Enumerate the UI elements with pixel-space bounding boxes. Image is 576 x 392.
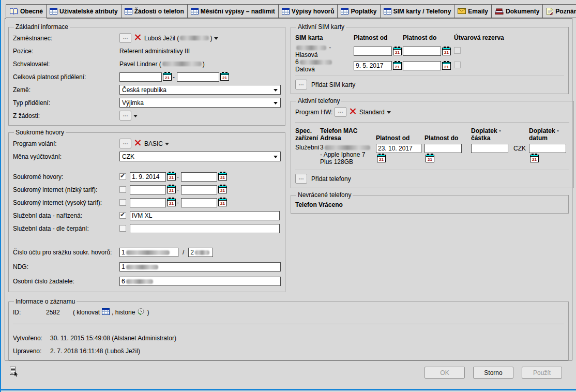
tab-sim-karty-telefony[interactable]: SIM karty / Telefony (380, 4, 455, 18)
internet-high-to-input[interactable] (181, 198, 217, 207)
sim-voice-reserve-checkbox[interactable] (454, 47, 461, 54)
personal-number-input[interactable]: 6 (119, 277, 281, 286)
history-icon[interactable] (137, 308, 145, 317)
tab-obecne[interactable]: Obecné (6, 4, 47, 18)
tab-label: Uživatelské atributy (59, 8, 118, 15)
business-data-mandatory-checkbox[interactable] (119, 212, 126, 219)
calling-program-browse-button[interactable]: ... (119, 139, 131, 148)
program-hw-dropdown-icon[interactable] (387, 111, 391, 116)
sim-data-from-input[interactable] (354, 61, 392, 70)
sim-voice-to-input[interactable] (403, 47, 441, 56)
validity-from-input[interactable] (119, 72, 162, 82)
calendar-icon[interactable]: 21 (442, 62, 451, 70)
ndg-input[interactable]: 1 (119, 262, 281, 272)
tab-dokumenty[interactable]: Dokumenty (491, 4, 543, 18)
tab-poznamka[interactable]: Poznámka (542, 4, 576, 18)
chevron-down-icon (274, 102, 278, 107)
surcharge-date-input[interactable] (529, 144, 566, 153)
employee-remove-icon[interactable] (134, 34, 141, 42)
calendar-icon[interactable]: 21 (220, 73, 229, 81)
redacted-sim-number (300, 60, 332, 65)
calendar-icon[interactable]: 21 (167, 173, 176, 180)
calendar-icon[interactable]: 21 (393, 48, 402, 55)
footer-bar: OK Storno Použít (1, 360, 576, 379)
business-data-usage-input[interactable] (130, 224, 280, 233)
calling-program-dropdown-icon[interactable] (165, 143, 169, 147)
cancel-button[interactable]: Storno (473, 367, 513, 379)
country-select[interactable]: Česká republika (119, 85, 281, 95)
calendar-icon[interactable]: 21 (442, 48, 451, 55)
calendar-icon[interactable]: 21 (426, 155, 434, 162)
internet-high-from-input[interactable] (130, 198, 166, 207)
calendar-icon[interactable]: 21 (218, 199, 227, 206)
tab-emaily[interactable]: Emaily (454, 4, 492, 18)
private-calls-checkbox[interactable] (119, 173, 126, 180)
apply-button[interactable]: Použít (522, 367, 562, 379)
phone-to-input[interactable] (425, 144, 462, 153)
bank-code-input[interactable]: 2 (188, 248, 213, 257)
employee-browse-button[interactable]: ... (119, 33, 131, 43)
internet-high-checkbox[interactable] (119, 199, 126, 206)
business-data-mandatory-input[interactable] (130, 211, 280, 220)
approver-name-suffix: ) (203, 61, 205, 68)
phones-header-phone: Telefon MAC Adresa (320, 127, 376, 142)
calendar-icon[interactable]: 21 (530, 155, 539, 162)
private-calls-to-input[interactable] (181, 172, 217, 182)
redacted-ndg (126, 265, 158, 269)
surcharge-amount-input[interactable] (471, 144, 508, 153)
internet-low-checkbox[interactable] (119, 186, 126, 193)
ok-button[interactable]: OK (425, 367, 465, 379)
sim-voice-from-input[interactable] (354, 47, 392, 56)
phone-from-input[interactable] (376, 144, 421, 153)
add-phone-label[interactable]: Přidat telefony (311, 175, 351, 183)
employee-name: Luboš Ježil ( (144, 35, 179, 42)
clone-icon[interactable] (102, 308, 110, 316)
meta-close-paren: ) (147, 309, 149, 316)
chevron-down-icon (274, 156, 278, 160)
employee-dropdown-icon[interactable] (214, 37, 218, 42)
private-calls-from-input[interactable] (130, 172, 166, 182)
account-label: Číslo účtu pro srážku soukr. hovorů: (13, 249, 119, 256)
add-sim-label[interactable]: Přidat SIM karty (311, 81, 355, 88)
from-request-dropdown-icon[interactable] (133, 115, 138, 119)
calendar-icon[interactable]: 21 (163, 73, 172, 81)
calendar-icon[interactable]: 21 (377, 155, 386, 162)
unreturned-status-text: Telefon Vráceno (295, 201, 343, 208)
country-label: Země: (13, 86, 119, 94)
sim-data-to-input[interactable] (403, 61, 441, 70)
calendar-icon[interactable]: 21 (167, 186, 176, 193)
add-sim-browse-button[interactable]: ... (295, 80, 307, 89)
add-phone-browse-button[interactable]: ... (295, 174, 307, 184)
sim-data-reserve-checkbox[interactable] (454, 62, 461, 68)
tab-label: Měsíční výpisy – nadlimit (201, 8, 275, 15)
bank-code-prefix: 2 (190, 249, 194, 256)
billing-currency-select[interactable]: CZK (119, 152, 281, 161)
tab-mesicni-vypisy[interactable]: Měsíční výpisy – nadlimit (187, 4, 279, 18)
tab-vypisy-hovoru[interactable]: Výpisy hovorů (278, 4, 338, 18)
program-hw-browse-button[interactable]: ... (335, 107, 346, 117)
calendar-icon[interactable]: 21 (218, 173, 227, 180)
calendar-icon[interactable]: 21 (393, 62, 402, 70)
internet-low-from-input[interactable] (130, 185, 166, 194)
tab-zadosti-o-telefon[interactable]: Žádosti o telefon (121, 4, 188, 18)
calendar-icon[interactable]: 21 (167, 199, 176, 206)
calendar-icon[interactable]: 21 (218, 186, 227, 193)
tab-uzivatelske-atributy[interactable]: Uživatelské atributy (46, 4, 122, 18)
from-request-label: Z žádosti: (13, 112, 119, 119)
internet-low-to-input[interactable] (181, 185, 217, 194)
redacted-account-number (126, 250, 170, 255)
validity-to-input[interactable] (177, 72, 219, 82)
active-phones-fieldset: Aktivní telefony Program HW: ... Standar… (291, 97, 574, 188)
redacted-bank-code (195, 250, 209, 255)
tab-poplatky[interactable]: Poplatky (337, 4, 380, 18)
phones-header-to: Platnost do (425, 134, 471, 142)
calling-program-remove-icon[interactable] (134, 140, 141, 147)
account-number-input[interactable]: 1 (119, 248, 178, 257)
assignment-type-select[interactable]: Výjimka (119, 98, 281, 108)
private-calls-label: Soukromé hovory: (13, 173, 119, 180)
program-hw-remove-icon[interactable] (350, 108, 356, 116)
business-data-usage-checkbox[interactable] (119, 225, 126, 232)
from-request-browse-button[interactable]: ... (119, 111, 131, 120)
range-separator: - (177, 199, 179, 206)
document-cursor-icon[interactable] (9, 367, 19, 379)
